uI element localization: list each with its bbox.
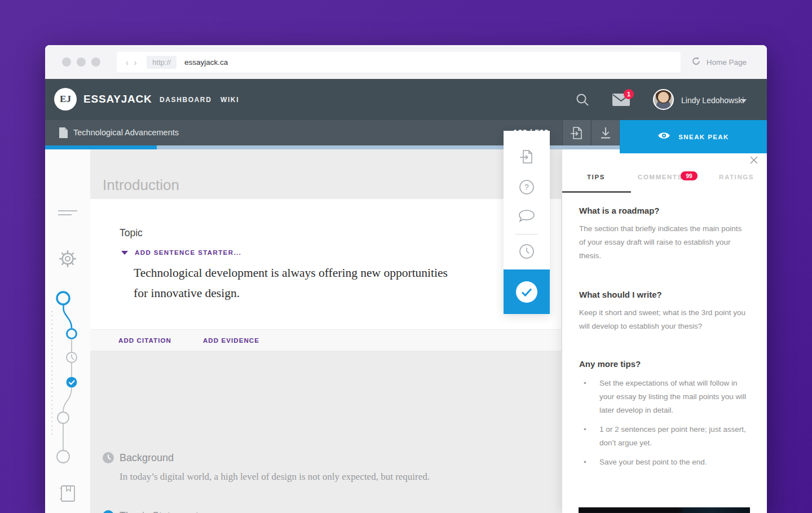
section-header: Introduction xyxy=(103,176,179,194)
check-circle-icon xyxy=(103,510,114,513)
document-title: Technological Advancements xyxy=(73,128,179,137)
comments-badge: 99 xyxy=(681,171,698,180)
essayjack-logo[interactable]: EJ xyxy=(54,88,77,110)
app-window: ‹ › http:// essayjack.ca Home Page EJ ES… xyxy=(45,45,767,513)
topic-card-footer: ADD CITATION ADD EVIDENCE xyxy=(90,329,561,351)
sneak-peak-label: SNEAK PEAK xyxy=(678,134,729,140)
close-icon[interactable] xyxy=(750,156,758,166)
history-clock-icon[interactable] xyxy=(504,244,550,259)
tip-question: What should I write? xyxy=(579,290,749,299)
tip-answer: Keep it short and sweet; what is the 3rd… xyxy=(579,306,749,333)
avatar[interactable] xyxy=(653,89,674,110)
help-icon[interactable]: ? xyxy=(504,179,550,195)
tip-question: What is a roadmap? xyxy=(579,206,749,215)
url-text[interactable]: essayjack.ca xyxy=(184,58,228,67)
add-citation-button[interactable]: ADD CITATION xyxy=(118,337,171,344)
complete-section-button[interactable] xyxy=(504,269,550,314)
topic-label: Topic xyxy=(120,227,143,239)
brand-title[interactable]: ESSAYJACK xyxy=(83,93,152,105)
topic-sentence-text[interactable]: Technological development is always offe… xyxy=(134,263,449,303)
tab-comments[interactable]: COMMENTS xyxy=(638,174,683,180)
nav-item-dashboard[interactable]: DASHBOARD xyxy=(160,96,211,104)
logo-text: EJ xyxy=(60,94,71,105)
tab-ratings[interactable]: RATINGS xyxy=(719,174,754,180)
download-button[interactable] xyxy=(591,120,619,145)
url-bar[interactable]: ‹ › http:// essayjack.ca xyxy=(117,52,681,73)
notebook-icon[interactable] xyxy=(45,484,90,503)
word-progress-fill xyxy=(45,145,157,149)
home-page-label: Home Page xyxy=(707,58,747,67)
tip-bullet-list: Set the expectations of what will follow… xyxy=(579,377,749,469)
document-bar: Technological Advancements 128 / 500 SNE… xyxy=(45,120,767,145)
eye-icon xyxy=(657,131,670,142)
back-arrow-icon[interactable]: ‹ xyxy=(126,58,129,67)
document-icon xyxy=(59,127,68,140)
home-page-button[interactable]: Home Page xyxy=(691,45,747,79)
sentence-starter-label: ADD SENTENCE STARTER... xyxy=(135,249,241,256)
tip-block: What is a roadmap? The section that brie… xyxy=(579,206,749,263)
add-evidence-button[interactable]: ADD EVIDENCE xyxy=(203,337,259,344)
topic-card: Topic ADD SENTENCE STARTER... Technologi… xyxy=(90,199,561,351)
protocol-chip: http:// xyxy=(147,56,176,69)
forward-arrow-icon[interactable]: › xyxy=(134,58,137,67)
export-document-button[interactable] xyxy=(562,120,590,145)
active-tab-underline xyxy=(562,191,631,193)
gear-icon[interactable] xyxy=(45,249,90,269)
top-navbar: EJ ESSAYJACK DASHBOARD WIKI 1 Lindy Ledo… xyxy=(45,79,767,120)
sentence-starter-button[interactable]: ADD SENTENCE STARTER... xyxy=(121,249,241,256)
comment-bubble-icon[interactable] xyxy=(504,209,550,223)
browser-chrome: ‹ › http:// essayjack.ca Home Page xyxy=(45,45,767,79)
tip-bullet: 1 or 2 sentences per point here; just as… xyxy=(579,423,749,450)
tip-bullet: Set the expectations of what will follow… xyxy=(579,377,749,417)
thesis-title: Thesis Statement xyxy=(120,510,198,513)
left-sidebar xyxy=(45,149,90,513)
svg-text:?: ? xyxy=(524,183,529,192)
refresh-icon[interactable] xyxy=(691,56,701,68)
tip-block: What should I write? Keep it short and s… xyxy=(579,290,749,333)
tips-panel: TIPS COMMENTS 99 RATINGS What is a roadm… xyxy=(562,149,767,513)
window-dot-2[interactable] xyxy=(77,58,86,67)
tab-tips[interactable]: TIPS xyxy=(587,174,605,180)
outline-toggle-icon[interactable] xyxy=(45,209,90,218)
chevron-down-icon[interactable] xyxy=(741,99,747,103)
nav-item-wiki[interactable]: WIKI xyxy=(220,96,239,104)
tip-answer: The section that briefly indicates the m… xyxy=(579,222,749,263)
mail-badge: 1 xyxy=(624,89,634,99)
tip-bullet: Save your best point to the end. xyxy=(579,455,749,469)
export-section-icon[interactable] xyxy=(504,149,550,165)
section-progress-stepper[interactable] xyxy=(45,288,90,513)
window-dot-1[interactable] xyxy=(62,58,71,67)
floating-toolbar: ? xyxy=(504,131,550,314)
mail-icon[interactable]: 1 xyxy=(612,94,630,108)
sneak-peak-button[interactable]: SNEAK PEAK xyxy=(620,120,767,153)
toolbar-divider xyxy=(515,234,538,235)
background-text[interactable]: In today’s digital world, a high level o… xyxy=(120,468,480,485)
triangle-down-icon xyxy=(121,251,128,255)
tip-question: Any more tips? xyxy=(579,359,749,369)
user-name[interactable]: Lindy Ledohowski xyxy=(681,96,744,105)
panel-tabs: TIPS COMMENTS 99 RATINGS xyxy=(562,169,767,193)
clock-icon xyxy=(103,452,114,466)
editor-main: Introduction Topic ADD SENTENCE STARTER.… xyxy=(90,149,561,513)
check-icon xyxy=(516,281,537,303)
window-dot-3[interactable] xyxy=(91,58,100,67)
search-icon[interactable] xyxy=(576,93,589,109)
background-title: Background xyxy=(120,452,174,464)
tips-content: What is a roadmap? The section that brie… xyxy=(579,206,749,475)
tip-block: Any more tips? Set the expectations of w… xyxy=(579,359,749,469)
tip-video-thumbnail[interactable] xyxy=(579,507,750,513)
